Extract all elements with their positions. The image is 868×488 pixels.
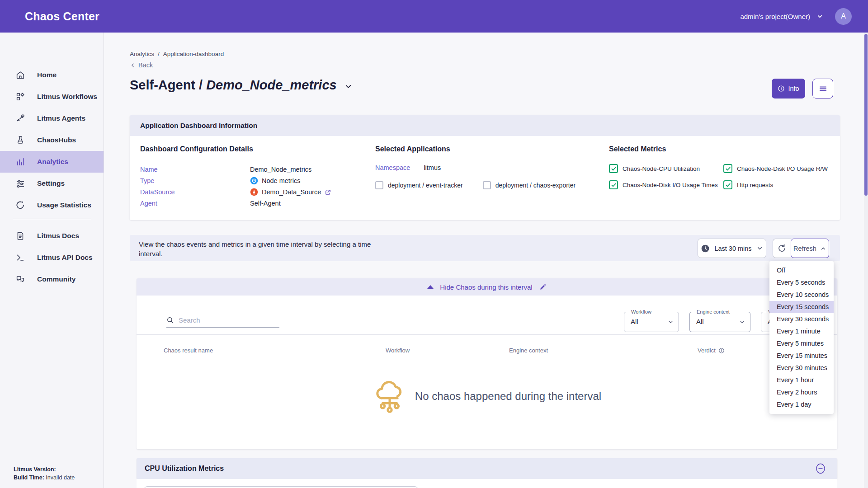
info-button[interactable]: Info (772, 79, 805, 99)
chevron-down-icon (816, 13, 823, 20)
menu-item-off[interactable]: Off (769, 264, 834, 277)
version-info: Litmus Version: Build Time: Invalid date (14, 465, 75, 482)
selected-applications-title: Selected Applications (375, 145, 609, 153)
sidebar-item-usage-statistics[interactable]: Usage Statistics (0, 194, 104, 216)
type-label: Type (140, 177, 250, 184)
checkbox-checked[interactable] (723, 180, 732, 189)
project-selector[interactable]: admin's project(Owner) (740, 13, 823, 20)
engine-context-filter-value: All (696, 318, 704, 325)
terminal-icon (15, 253, 25, 263)
metric-label: Http requests (737, 182, 773, 188)
checkbox-chaos-exporter[interactable]: deployment / chaos-exporter (483, 181, 576, 189)
time-range-value: Last 30 mins (714, 245, 751, 252)
vertical-scrollbar[interactable] (864, 33, 868, 488)
breadcrumb-separator: / (158, 51, 160, 57)
sidebar-item-litmus-agents[interactable]: Litmus Agents (0, 108, 104, 129)
search-field[interactable] (166, 316, 279, 328)
column-chaos-result-name: Chaos result name (164, 347, 386, 354)
scrollbar-thumb[interactable] (864, 34, 868, 196)
menu-item-every-2-hours[interactable]: Every 2 hours (769, 386, 834, 399)
panel-title: Application Dashboard Information (130, 115, 840, 136)
menu-item-every-1-minute[interactable]: Every 1 minute (769, 325, 834, 338)
workflow-filter-select[interactable]: Workflow All (624, 312, 679, 332)
refresh-now-button[interactable] (773, 239, 791, 258)
column-engine-context: Engine context (509, 347, 698, 354)
checkbox-checked[interactable] (723, 164, 732, 173)
back-button[interactable]: Back (130, 61, 153, 69)
agents-icon (15, 113, 25, 123)
home-icon (15, 70, 25, 80)
metric-checkbox-disk-rw[interactable]: Chaos-Node-Disk I/O Usage R/W (723, 164, 840, 173)
time-range-selector[interactable]: Last 30 mins (698, 239, 766, 258)
checkbox-checked[interactable] (609, 164, 618, 173)
selected-metrics-section: Selected Metrics Chaos-Node-CPU Utilizat… (609, 145, 840, 209)
menu-item-every-1-hour[interactable]: Every 1 hour (769, 374, 834, 386)
checkbox-event-tracker[interactable]: deployment / event-tracker (375, 181, 463, 189)
agent-label: Agent (140, 200, 250, 207)
sidebar-item-chaoshubs[interactable]: ChaosHubs (0, 129, 104, 151)
checkbox-checked[interactable] (609, 180, 618, 189)
refresh-rate-dropdown[interactable]: Refresh (791, 239, 829, 258)
back-label: Back (138, 61, 153, 69)
hamburger-icon (818, 84, 828, 94)
metric-checkbox-disk-times[interactable]: Chaos-Node-Disk I/O Usage Times (609, 180, 723, 189)
menu-item-every-1-day[interactable]: Every 1 day (769, 399, 834, 411)
menu-item-every-30-minutes[interactable]: Every 30 minutes (769, 362, 834, 374)
metric-checkbox-http[interactable]: Http requests (723, 180, 840, 189)
empty-state: No chaos happened during the interval (137, 379, 837, 414)
sidebar-item-label: Community (37, 275, 75, 283)
selected-metrics-title: Selected Metrics (609, 145, 840, 153)
interval-description: View the chaos events and metrics in a g… (139, 239, 383, 258)
sidebar-item-litmus-docs[interactable]: Litmus Docs (0, 225, 104, 247)
pencil-icon[interactable] (539, 283, 547, 291)
hide-chaos-toggle[interactable]: Hide Chaos during this interval (137, 278, 837, 296)
metric-checkbox-cpu[interactable]: Chaos-Node-CPU Utilization (609, 164, 723, 173)
sidebar-item-home[interactable]: Home (0, 64, 104, 86)
node-metrics-icon (250, 177, 258, 185)
config-details-title: Dashboard Configuration Details (140, 145, 375, 153)
title-chevron-down-icon[interactable] (344, 82, 353, 91)
menu-item-every-15-minutes[interactable]: Every 15 minutes (769, 350, 834, 362)
verdict-info-icon[interactable] (718, 347, 725, 354)
sidebar-item-litmus-workflows[interactable]: Litmus Workflows (0, 86, 104, 108)
menu-item-every-10-seconds[interactable]: Every 10 seconds (769, 289, 834, 301)
dashboard-menu-button[interactable] (812, 79, 833, 99)
name-label: Name (140, 166, 250, 173)
agent-name: Self-Agent / (130, 78, 206, 92)
interval-bar: View the chaos events and metrics in a g… (130, 235, 840, 261)
flask-icon (15, 135, 25, 145)
sidebar-item-analytics[interactable]: Analytics (0, 151, 104, 173)
datasource-value: Demo_Data_Source (262, 188, 321, 196)
avatar[interactable]: A (835, 8, 852, 25)
external-link-icon[interactable] (325, 189, 331, 196)
metric-label: Chaos-Node-CPU Utilization (623, 165, 700, 172)
verdict-column-label: Verdict (698, 347, 716, 354)
menu-item-every-5-minutes[interactable]: Every 5 minutes (769, 338, 834, 350)
cloud-network-icon (373, 379, 407, 414)
search-input[interactable] (179, 316, 269, 324)
chevron-down-icon (739, 319, 745, 325)
name-value: Demo_Node_metrics (250, 166, 375, 173)
checkbox-unchecked[interactable] (375, 181, 383, 189)
chevron-down-icon (667, 319, 674, 325)
sidebar-item-litmus-api-docs[interactable]: Litmus API Docs (0, 247, 104, 268)
refresh-icon (777, 244, 787, 253)
dashboard-info-panel: Application Dashboard Information Dashbo… (130, 115, 840, 220)
menu-item-every-15-seconds[interactable]: Every 15 seconds (769, 301, 834, 313)
menu-item-every-30-seconds[interactable]: Every 30 seconds (769, 313, 834, 325)
sidebar-item-label: Litmus Docs (37, 232, 79, 240)
breadcrumb: Analytics / Application-dashboard (130, 51, 224, 57)
type-value: Node metrics (262, 177, 300, 184)
checkbox-unchecked[interactable] (483, 181, 491, 189)
menu-item-every-5-seconds[interactable]: Every 5 seconds (769, 277, 834, 289)
checkbox-label: deployment / event-tracker (388, 182, 463, 189)
sidebar-item-label: Litmus API Docs (37, 253, 93, 262)
engine-context-filter-select[interactable]: Engine context All (689, 312, 750, 332)
cpu-metrics-title: CPU Utilization Metrics (145, 465, 224, 473)
sidebar-item-settings[interactable]: Settings (0, 173, 104, 194)
analytics-icon (15, 157, 25, 167)
collapse-minus-icon[interactable] (816, 463, 826, 474)
sidebar-item-community[interactable]: Community (0, 268, 104, 290)
sidebar-divider (13, 219, 91, 219)
breadcrumb-analytics[interactable]: Analytics (130, 51, 154, 57)
